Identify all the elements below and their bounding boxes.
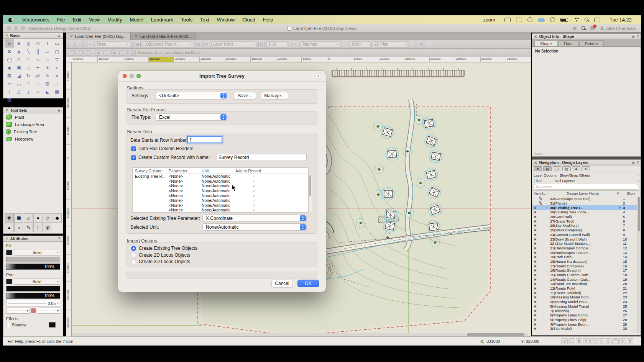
- pen-opacity-bar[interactable]: 100%⋮: [6, 293, 60, 299]
- marker-icon[interactable]: [31, 308, 36, 313]
- visibility-eye-icon[interactable]: ◉: [532, 323, 538, 326]
- dialog-title-bar[interactable]: Import Tree Survey ?: [118, 71, 326, 82]
- menu-item[interactable]: Landmark: [147, 17, 177, 23]
- class-options-icon[interactable]: ▣: [135, 42, 141, 47]
- cloud-sync-icon[interactable]: [538, 18, 545, 22]
- design-layer-row[interactable]: ◉ 29(Existing Tree Indivi... 4: [532, 210, 637, 215]
- file-type-select[interactable]: Excel▲▼: [156, 113, 227, 121]
- survey-column-table[interactable]: Survey ColumnParameterUnitAdd to Record …: [132, 167, 309, 213]
- menu-item[interactable]: File: [53, 17, 69, 23]
- visibility-eye-icon[interactable]: ◉: [532, 264, 538, 268]
- visibility-eye-icon[interactable]: ◉: [532, 273, 538, 277]
- rotation-angle-field[interactable]: 0.00°: [350, 41, 371, 48]
- table-row[interactable]: <None>None/Automatic✓: [133, 183, 308, 188]
- tool-set-item[interactable]: Plant: [3, 113, 63, 121]
- add-to-record-check-icon[interactable]: ✓: [233, 203, 279, 208]
- window-controls[interactable]: [7, 26, 25, 30]
- menu-item[interactable]: Vectorworks: [18, 17, 53, 23]
- layer-window-2-icon[interactable]: ▥: [203, 42, 209, 47]
- basic-tool-icon[interactable]: ⊥: [24, 88, 33, 96]
- notifications-icon[interactable]: [590, 26, 595, 30]
- design-layer-row[interactable]: ◉ 25(Walls Complete) 8: [532, 228, 637, 233]
- visibility-eye-icon[interactable]: ◉: [532, 242, 538, 245]
- close-tab-icon[interactable]: ✕: [70, 34, 73, 38]
- design-layer-row[interactable]: ◉ 24(Convert Curved Wall) 9: [532, 233, 637, 237]
- table-row[interactable]: <None>None/Automatic✓: [133, 188, 308, 193]
- design-layer-row[interactable]: ◉ 12(Roads Poly) 21: [532, 286, 637, 291]
- basic-tool-icon[interactable]: ✱: [14, 39, 24, 48]
- menu-item[interactable]: Modify: [104, 17, 126, 23]
- menu-item[interactable]: Model: [126, 17, 147, 23]
- design-layer-row[interactable]: ◉ 11(House Detailed) 22: [532, 290, 637, 295]
- snap-toggle-icon[interactable]: °: [590, 338, 597, 344]
- navigation-tab-icon[interactable]: ↻: [582, 166, 590, 171]
- basic-tool-icon[interactable]: ↔: [52, 80, 62, 88]
- visibility-eye-icon[interactable]: ◉: [532, 300, 538, 303]
- line-weight-select[interactable]: 0.05▾: [6, 300, 60, 306]
- add-to-record-check-icon[interactable]: ✓: [233, 183, 279, 188]
- basic-tool-icon[interactable]: ◡: [14, 80, 24, 88]
- import-option-radio[interactable]: Create 2D Locus Objects: [131, 252, 190, 258]
- panel-help-icon[interactable]: ?: [636, 161, 639, 165]
- table-scrollbar[interactable]: [309, 174, 312, 212]
- snap-toggle-icon[interactable]: ⊠: [576, 338, 582, 344]
- visibility-eye-icon[interactable]: ◉: [532, 318, 538, 321]
- tool-set-category-icon[interactable]: ▲: [5, 223, 14, 232]
- design-layer-row[interactable]: ◉ 16(Roads Straight) 17: [532, 268, 637, 273]
- tool-set-item[interactable]: Hedgerow: [3, 136, 63, 143]
- import-option-radio[interactable]: Create Existing Tree Objects: [131, 246, 197, 251]
- back-arrow-icon[interactable]: ◁: [69, 42, 75, 47]
- ok-button[interactable]: OK: [297, 280, 319, 287]
- snap-toggle-icon[interactable]: ◇: [605, 338, 611, 344]
- basic-tool-icon[interactable]: ╲: [24, 48, 33, 56]
- stepper-icon[interactable]: ⋮: [57, 323, 60, 327]
- table-row[interactable]: <None>None/Automatic✓: [133, 179, 308, 184]
- onepassword-icon[interactable]: [550, 17, 555, 22]
- close-tab-icon[interactable]: ✕: [135, 34, 138, 38]
- search-icon[interactable]: [582, 26, 586, 30]
- visibility-eye-icon[interactable]: ◉: [532, 278, 538, 281]
- visibility-eye-icon[interactable]: ◉: [532, 215, 538, 218]
- tool-set-category-icon[interactable]: ❀: [5, 213, 14, 223]
- mode-group-3-icon[interactable]: ◼: [111, 50, 117, 56]
- design-layer-row[interactable]: ◉ 6(Property Lines Comp... 27: [532, 313, 637, 318]
- basic-tool-icon[interactable]: ▦: [52, 88, 62, 96]
- home-icon[interactable]: [572, 26, 577, 30]
- snap-toggle-icon[interactable]: ⋮: [561, 338, 568, 344]
- basic-tool-icon[interactable]: ◠: [24, 56, 33, 64]
- design-layer-row[interactable]: ◉ 9(Massing Model Hous... 24: [532, 300, 637, 304]
- visibility-grid-icon[interactable]: ▚: [538, 197, 543, 200]
- design-layer-row[interactable]: ◉ 27(Grade Tool) 6: [532, 219, 637, 223]
- panel-menu-icon[interactable]: ≡: [632, 34, 635, 39]
- view-select[interactable]: Top/Plan▾: [300, 41, 340, 48]
- basic-tool-icon[interactable]: ◯: [5, 56, 14, 64]
- saved-view-icon[interactable]: ✶: [292, 42, 298, 47]
- layer-list-scrollbar[interactable]: [637, 197, 640, 333]
- tool-set-category-icon[interactable]: ◎: [43, 223, 52, 232]
- add-to-record-check-icon[interactable]: ✓: [233, 193, 279, 198]
- basic-tool-icon[interactable]: △: [24, 64, 33, 72]
- layer-list-header[interactable]: Visibil...Design Layer Name#Story: [532, 190, 641, 196]
- menu-item[interactable]: Cloud: [238, 17, 259, 23]
- basic-tool-icon[interactable]: ◠: [24, 80, 33, 88]
- basic-tool-icon[interactable]: ⊙: [33, 39, 43, 48]
- save-settings-button[interactable]: Save...: [234, 92, 256, 99]
- visibility-eye-icon[interactable]: ◉: [532, 327, 538, 330]
- design-layer-row[interactable]: ◉ 14(Roads Custom Curb... 19: [532, 277, 637, 282]
- close-window-button[interactable]: [7, 26, 11, 30]
- mode-group-2-icon[interactable]: ◻: [103, 50, 109, 56]
- basic-tool-icon[interactable]: ◆: [5, 64, 14, 72]
- object-info-tab[interactable]: Shape: [534, 40, 557, 46]
- marquee-mode-icon[interactable]: ▭: [69, 50, 75, 56]
- table-row[interactable]: <None>None/Automatic✓: [133, 208, 308, 213]
- record-name-input[interactable]: Survey Record: [217, 154, 307, 161]
- row-number-input[interactable]: 1: [187, 136, 222, 143]
- snap-toggle-icon[interactable]: ∕: [598, 338, 604, 344]
- add-to-record-check-icon[interactable]: ✓: [233, 208, 279, 212]
- visibility-grid-icon[interactable]: ▚: [538, 201, 543, 205]
- user-account[interactable]: Jake Chambers: [600, 26, 636, 31]
- design-layer-row[interactable]: ◉ 7(Heliodon) 26: [532, 308, 637, 313]
- tool-set-item[interactable]: Existing Tree: [3, 128, 63, 136]
- pen-style-select[interactable]: Solid▾: [14, 278, 60, 285]
- compass-icon[interactable]: ◔: [342, 42, 348, 47]
